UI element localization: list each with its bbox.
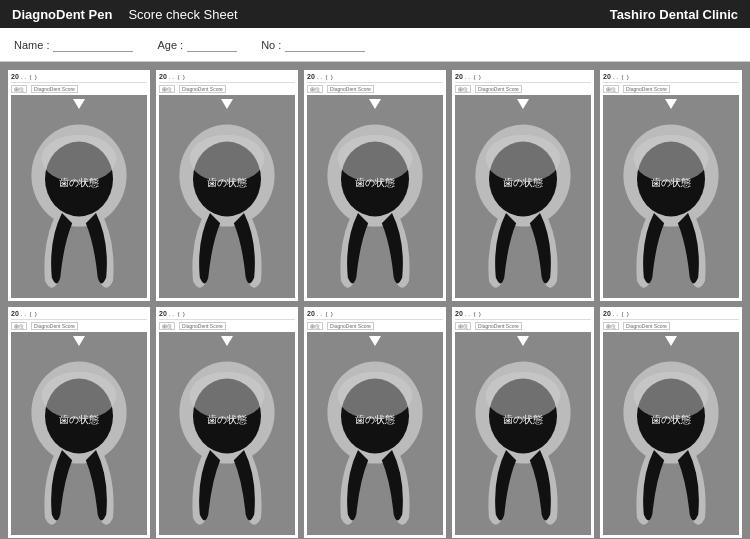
arrow-down-icon [73, 99, 85, 109]
svg-point-33 [190, 372, 265, 420]
age-value[interactable] [187, 38, 237, 52]
tooth-position-label: 歯位 [307, 85, 323, 93]
svg-point-48 [634, 372, 709, 420]
tooth-diagram: 歯の状態 [307, 332, 443, 535]
tooth-diagram: 歯の状態 [11, 95, 147, 298]
svg-text:歯の状態: 歯の状態 [355, 177, 395, 188]
arrow-down-icon [369, 99, 381, 109]
tooth-card: 20 . . ( ) 歯位 DiagnoDent Score 歯の状態 [304, 307, 446, 538]
no-label: No : [261, 39, 281, 51]
svg-point-18 [486, 135, 561, 183]
no-value[interactable] [285, 38, 365, 52]
tooth-position-label: 歯位 [11, 322, 27, 330]
svg-text:歯の状態: 歯の状態 [651, 414, 691, 425]
tooth-diagram: 歯の状態 [11, 332, 147, 535]
tooth-position-label: 歯位 [455, 85, 471, 93]
name-value[interactable] [53, 38, 133, 52]
svg-text:歯の状態: 歯の状態 [355, 414, 395, 425]
arrow-down-icon [221, 99, 233, 109]
tooth-card: 20 . . ( ) 歯位 DiagnoDent Score 歯の状態 [156, 307, 298, 538]
tooth-card: 20 . . ( ) 歯位 DiagnoDent Score 歯の状態 [304, 70, 446, 301]
tooth-position-label: 歯位 [603, 322, 619, 330]
tooth-card: 20 . . ( ) 歯位 DiagnoDent Score 歯の状態 [452, 307, 594, 538]
svg-text:歯の状態: 歯の状態 [207, 414, 247, 425]
score-label: DiagnoDent Score [327, 322, 374, 330]
tooth-diagram: 歯の状態 [603, 332, 739, 535]
svg-point-38 [338, 372, 413, 420]
score-label: DiagnoDent Score [475, 322, 522, 330]
patient-bar: Name : Age : No : [0, 28, 750, 62]
arrow-down-icon [73, 336, 85, 346]
no-field: No : [261, 38, 365, 52]
arrow-down-icon [221, 336, 233, 346]
score-label: DiagnoDent Score [31, 322, 78, 330]
tooth-position-label: 歯位 [307, 322, 323, 330]
tooth-position-label: 歯位 [159, 85, 175, 93]
tooth-row-0: 20 . . ( ) 歯位 DiagnoDent Score 歯の状態20 . … [8, 70, 742, 301]
name-field: Name : [14, 38, 133, 52]
svg-text:歯の状態: 歯の状態 [207, 177, 247, 188]
svg-point-23 [634, 135, 709, 183]
score-label: DiagnoDent Score [327, 85, 374, 93]
tooth-diagram: 歯の状態 [159, 95, 295, 298]
score-label: DiagnoDent Score [31, 85, 78, 93]
score-label: DiagnoDent Score [475, 85, 522, 93]
svg-text:歯の状態: 歯の状態 [503, 177, 543, 188]
age-field: Age : [157, 38, 237, 52]
tooth-diagram: 歯の状態 [307, 95, 443, 298]
tooth-card: 20 . . ( ) 歯位 DiagnoDent Score 歯の状態 [8, 307, 150, 538]
svg-point-28 [42, 372, 117, 420]
svg-text:歯の状態: 歯の状態 [59, 414, 99, 425]
header: DiagnoDent Pen Score check Sheet Tashiro… [0, 0, 750, 28]
main-content: 20 . . ( ) 歯位 DiagnoDent Score 歯の状態20 . … [0, 62, 750, 539]
tooth-position-label: 歯位 [11, 85, 27, 93]
arrow-down-icon [517, 336, 529, 346]
clinic-name: Tashiro Dental Clinic [610, 7, 738, 22]
svg-text:歯の状態: 歯の状態 [503, 414, 543, 425]
svg-text:歯の状態: 歯の状態 [59, 177, 99, 188]
tooth-card: 20 . . ( ) 歯位 DiagnoDent Score 歯の状態 [156, 70, 298, 301]
arrow-down-icon [517, 99, 529, 109]
name-label: Name : [14, 39, 49, 51]
tooth-position-label: 歯位 [159, 322, 175, 330]
page-title: Score check Sheet [128, 7, 237, 22]
tooth-card: 20 . . ( ) 歯位 DiagnoDent Score 歯の状態 [452, 70, 594, 301]
tooth-diagram: 歯の状態 [603, 95, 739, 298]
svg-point-13 [338, 135, 413, 183]
app-name: DiagnoDent Pen [12, 7, 112, 22]
svg-text:歯の状態: 歯の状態 [651, 177, 691, 188]
svg-point-43 [486, 372, 561, 420]
arrow-down-icon [369, 336, 381, 346]
score-label: DiagnoDent Score [179, 85, 226, 93]
score-label: DiagnoDent Score [623, 322, 670, 330]
age-label: Age : [157, 39, 183, 51]
score-label: DiagnoDent Score [179, 322, 226, 330]
tooth-position-label: 歯位 [455, 322, 471, 330]
svg-point-3 [42, 135, 117, 183]
tooth-card: 20 . . ( ) 歯位 DiagnoDent Score 歯の状態 [600, 70, 742, 301]
score-label: DiagnoDent Score [623, 85, 670, 93]
tooth-row-1: 20 . . ( ) 歯位 DiagnoDent Score 歯の状態20 . … [8, 307, 742, 538]
arrow-down-icon [665, 99, 677, 109]
tooth-diagram: 歯の状態 [455, 332, 591, 535]
svg-point-8 [190, 135, 265, 183]
tooth-diagram: 歯の状態 [159, 332, 295, 535]
arrow-down-icon [665, 336, 677, 346]
tooth-position-label: 歯位 [603, 85, 619, 93]
tooth-card: 20 . . ( ) 歯位 DiagnoDent Score 歯の状態 [600, 307, 742, 538]
tooth-diagram: 歯の状態 [455, 95, 591, 298]
tooth-card: 20 . . ( ) 歯位 DiagnoDent Score 歯の状態 [8, 70, 150, 301]
